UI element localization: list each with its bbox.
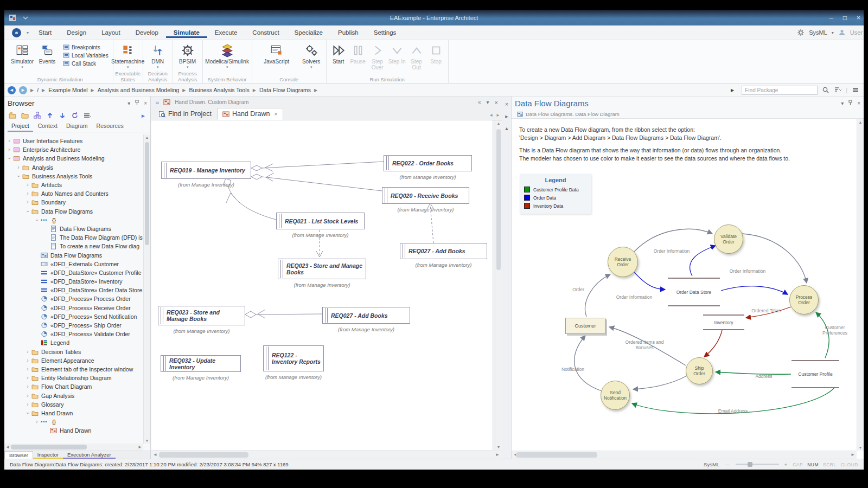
dfd-panel-close-icon[interactable]: × bbox=[857, 100, 860, 106]
requirement-node-req022[interactable]: REQ022 - Order Books bbox=[384, 155, 472, 171]
tree-item[interactable]: «DFD_Process» Ship Order bbox=[4, 321, 143, 330]
close-button[interactable]: × bbox=[857, 14, 860, 22]
panel-vertical-scrollbar[interactable]: ▲ ▼ bbox=[857, 119, 864, 451]
tree-item[interactable]: «DFD_DataStore» Order Data Store bbox=[4, 286, 143, 294]
dfd-process-ship-order[interactable]: Ship Order bbox=[686, 357, 713, 384]
expand-icon[interactable]: › bbox=[7, 147, 12, 152]
user-icon[interactable] bbox=[838, 29, 846, 36]
browser-horizontal-scrollbar[interactable]: ◄ ► bbox=[4, 444, 143, 451]
folder-icon[interactable] bbox=[21, 112, 29, 119]
dfd-panel-dropdown-icon[interactable]: ▾ bbox=[841, 100, 844, 106]
expand-icon[interactable]: › bbox=[25, 349, 30, 355]
browser-pin-icon[interactable] bbox=[135, 100, 139, 107]
tree-item[interactable]: ›Artifacts bbox=[4, 181, 143, 189]
collapse-icon[interactable]: › bbox=[34, 217, 40, 223]
expand-icon[interactable]: › bbox=[25, 375, 30, 381]
expand-icon[interactable]: › bbox=[25, 384, 30, 389]
tree-item[interactable]: ›Business Analysis Tools bbox=[4, 172, 143, 181]
ribbon-tab-execute[interactable]: Execute bbox=[207, 27, 245, 38]
diagram-canvas[interactable]: REQ019 - Manage Inventory(from Manage In… bbox=[151, 120, 493, 450]
ribbon-menu-caret[interactable]: ▾ bbox=[24, 28, 31, 37]
perspective-gear-icon[interactable] bbox=[797, 29, 805, 36]
browser-tab-diagram[interactable]: Diagram bbox=[62, 121, 92, 132]
ribbon-tab-simulate[interactable]: Simulate bbox=[166, 27, 207, 38]
statemachine-button[interactable]: Statemachine▾ bbox=[116, 41, 141, 69]
requirement-node-req023[interactable]: REQ023 - Store and Manage Books bbox=[278, 259, 366, 279]
requirement-node-req019[interactable]: REQ019 - Manage Inventory bbox=[161, 162, 251, 179]
collapse-icon[interactable]: › bbox=[7, 156, 12, 161]
tab-scroll-right-icon[interactable]: ► bbox=[496, 113, 500, 118]
tree-item[interactable]: ›Data Flow Diagrams bbox=[4, 207, 143, 216]
expand-icon[interactable]: › bbox=[25, 402, 30, 407]
tree-item[interactable]: ›Enterprise Architecture bbox=[4, 145, 143, 154]
tree-item[interactable]: ›Hand Drawn bbox=[4, 409, 143, 418]
breadcrumb-item[interactable]: Data Flow Diagrams bbox=[259, 87, 311, 93]
tab-scroll-left-icon[interactable]: ◄ bbox=[489, 113, 493, 118]
requirement-node-req122[interactable]: REQ122 - Inventory Reports bbox=[263, 345, 324, 371]
tree-item[interactable]: ›User Interface Features bbox=[4, 137, 143, 145]
options-menu-icon[interactable] bbox=[84, 112, 91, 119]
collapse-icon[interactable]: › bbox=[16, 174, 21, 179]
canvas-vertical-scrollbar[interactable]: ▲ ▼ bbox=[495, 120, 502, 450]
status-toggle-cap[interactable]: CAP bbox=[793, 462, 803, 467]
tree-item[interactable]: ›Gap Analysis bbox=[4, 391, 143, 400]
filter-list-icon[interactable] bbox=[834, 86, 841, 94]
expand-arrow-icon[interactable]: ▶ bbox=[731, 88, 734, 93]
start-button[interactable]: Start bbox=[329, 41, 348, 65]
tree-item[interactable]: Legend bbox=[4, 338, 143, 347]
expand-icon[interactable]: › bbox=[16, 165, 21, 170]
tree-item[interactable]: ›Auto Names and Counters bbox=[4, 189, 143, 198]
nav-forward-button[interactable]: ► bbox=[19, 86, 27, 94]
document-tab-hand-drawn[interactable]: Hand Drawn× bbox=[218, 108, 283, 120]
perspective-label[interactable]: SysML bbox=[809, 29, 827, 36]
bottom-tab-browser[interactable]: Browser bbox=[4, 451, 33, 459]
dmn-button[interactable]: DMN▾ bbox=[145, 41, 170, 69]
tree-item[interactable]: Data Flow Diagrams bbox=[4, 224, 143, 233]
browser-vertical-scrollbar[interactable]: ▲ ▼ bbox=[143, 134, 150, 444]
expand-icon[interactable]: › bbox=[34, 419, 40, 425]
minimize-button[interactable]: – bbox=[829, 14, 833, 22]
panel-horizontal-scrollbar[interactable]: ◄ ► bbox=[512, 451, 857, 459]
breadcrumb-item[interactable]: Business Analysis Tools bbox=[189, 87, 250, 93]
tree-item[interactable]: Hand Drawn bbox=[4, 426, 143, 435]
expand-icon[interactable]: › bbox=[25, 393, 30, 399]
dfd-datastore-customer-profile[interactable]: Customer Profile bbox=[792, 360, 839, 388]
tree-item[interactable]: ›Boundary bbox=[4, 198, 143, 207]
zoom-out-icon[interactable]: — bbox=[725, 461, 730, 467]
tree-item[interactable]: ›Analysis and Business Modeling bbox=[4, 154, 143, 163]
tree-item[interactable]: The Data Flow Diagram (DFD) is bbox=[4, 233, 143, 242]
expand-icon[interactable]: › bbox=[25, 200, 30, 205]
canvas-horizontal-scrollbar[interactable]: ◄ ► bbox=[151, 451, 501, 459]
dfd-panel-pin-icon[interactable] bbox=[848, 100, 853, 107]
bottom-tab-inspector[interactable]: Inspector bbox=[33, 451, 63, 459]
ribbon-tab-construct[interactable]: Construct bbox=[245, 27, 286, 38]
move-down-icon[interactable] bbox=[59, 112, 66, 119]
simulator-button[interactable]: Simulator▾ bbox=[10, 41, 35, 69]
requirement-node-req021[interactable]: REQ021 - List Stock Levels bbox=[276, 213, 365, 229]
breakpoints-item[interactable]: Breakpoints bbox=[63, 44, 108, 50]
events-button[interactable]: Events bbox=[35, 41, 60, 65]
ribbon-tab-develop[interactable]: Develop bbox=[128, 27, 166, 38]
maximize-button[interactable]: □ bbox=[843, 14, 847, 22]
collapse-icon[interactable]: › bbox=[25, 209, 30, 214]
ea-logo-icon[interactable] bbox=[12, 28, 21, 37]
expand-icon[interactable]: › bbox=[25, 191, 30, 196]
expand-icon[interactable]: › bbox=[25, 367, 30, 372]
strip-expand-icon[interactable]: ► bbox=[505, 114, 509, 119]
zoom-slider[interactable] bbox=[736, 464, 779, 465]
collapse-left-icon[interactable]: « bbox=[478, 99, 481, 105]
nav-back-button[interactable]: ◄ bbox=[8, 86, 16, 94]
dfd-diagram[interactable]: Receive OrderValidate OrderProcess Order… bbox=[512, 167, 857, 451]
solvers-button[interactable]: Solvers▾ bbox=[299, 41, 324, 69]
move-up-icon[interactable] bbox=[46, 112, 54, 119]
call-stack-item[interactable]: Call Stack bbox=[63, 60, 108, 67]
requirement-node-req027[interactable]: REQ027 - Add Books bbox=[400, 243, 487, 259]
status-perspective[interactable]: SysML bbox=[704, 461, 719, 467]
tree-item[interactable]: ›•••{} bbox=[4, 216, 143, 224]
tree-item[interactable]: ›Element tab of the Inspector window bbox=[4, 365, 143, 374]
ribbon-tab-settings[interactable]: Settings bbox=[366, 27, 404, 38]
hamburger-menu-icon[interactable] bbox=[852, 86, 859, 94]
status-toggle-num[interactable]: NUM bbox=[807, 462, 819, 467]
tree-item[interactable]: «DFD_External» Customer bbox=[4, 260, 143, 268]
tree-item[interactable]: ›Flow Chart Diagram bbox=[4, 382, 143, 391]
